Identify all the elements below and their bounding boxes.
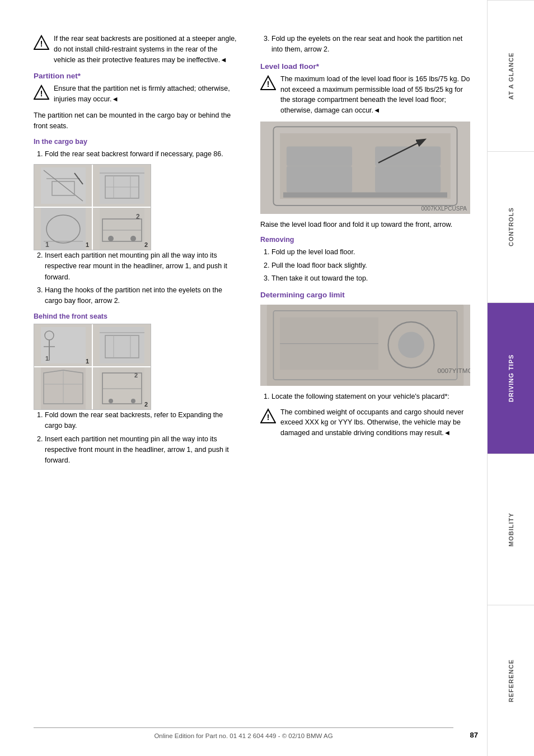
partition-net-warning-block: ! Ensure that the partition net is firml… — [34, 83, 238, 105]
right-column: Fold up the eyelets on the rear seat and… — [257, 34, 470, 471]
right-step-3: Fold up the eyelets on the rear seat and… — [271, 34, 470, 55]
behind-steps: Fold down the rear seat backrests, refer… — [34, 410, 238, 466]
removing-step-3: Then take it out toward the top. — [271, 273, 470, 284]
svg-point-23 — [130, 236, 136, 241]
removing-step-1: Fold up the level load floor. — [271, 247, 470, 258]
determining-steps: Locate the following statement on your v… — [260, 391, 470, 402]
partition-net-warning-text: Ensure that the partition net is firmly … — [54, 83, 238, 105]
determining-cargo-title: Determining cargo limit — [260, 291, 470, 299]
warning-icon-2: ! — [34, 85, 49, 100]
behind-front-seats-title: Behind the front seats — [34, 312, 238, 320]
cargo-bay-step-2: Insert each partition net mounting pin a… — [45, 250, 238, 283]
partition-net-body: The partition net can be mounted in the … — [34, 110, 238, 132]
cargo-image-top-left — [34, 165, 92, 207]
footer-text: Online Edition for Part no. 01 41 2 604 … — [154, 732, 332, 739]
two-col-layout: ! If the rear seat backrests are positio… — [34, 34, 470, 471]
removing-step-2: Pull the load floor back slightly. — [271, 260, 470, 271]
behind-arrow-1: 1 — [86, 358, 89, 365]
svg-text:1: 1 — [45, 241, 49, 249]
level-floor-image-label: 0007KXLPCUSPA — [421, 206, 467, 212]
arrow-label-1: 1 — [86, 241, 89, 248]
behind-image-bottom-right: 2 2 — [93, 367, 151, 409]
svg-text:1: 1 — [45, 355, 49, 362]
cargo-bay-step-1: Fold the rear seat backrest forward if n… — [45, 149, 238, 160]
left-column: ! If the rear seat backrests are positio… — [34, 34, 246, 471]
cargo-bay-steps-2: Insert each partition net mounting pin a… — [34, 250, 238, 307]
page-footer: Online Edition for Part no. 01 41 2 604 … — [34, 727, 453, 739]
level-load-floor-title: Level load floor* — [260, 62, 470, 71]
svg-rect-51 — [375, 166, 441, 192]
intro-warning-block: ! If the rear seat backrests are positio… — [34, 34, 238, 65]
cargo-bay-steps: Fold the rear seat backrest forward if n… — [34, 149, 238, 160]
sidebar-controls: CONTROLS — [488, 151, 534, 302]
sidebar: AT A GLANCE CONTROLS DRIVING TIPS MOBILI… — [487, 0, 534, 756]
behind-image-bottom-left — [34, 367, 92, 409]
determining-step-1: Locate the following statement on your v… — [271, 391, 470, 402]
cargo-image-top-right — [93, 165, 151, 207]
warning-icon-4: ! — [260, 408, 276, 424]
arrow-label-2: 2 — [144, 241, 148, 248]
level-load-body: Raise the level load floor and fold it u… — [260, 220, 470, 230]
behind-arrow-2: 2 — [144, 401, 148, 408]
level-load-warning-block: ! The maximum load of the level load flo… — [260, 74, 470, 116]
sidebar-driving-tips: DRIVING TIPS — [488, 302, 534, 454]
in-cargo-bay-title: In the cargo bay — [34, 138, 238, 146]
page-container: ! If the rear seat backrests are positio… — [0, 0, 534, 756]
behind-image-top-left: 1 1 — [34, 324, 92, 366]
svg-point-42 — [131, 399, 135, 403]
svg-rect-49 — [287, 166, 352, 192]
partition-net-title: Partition net* — [34, 72, 238, 80]
svg-text:0007YITMCUSPA: 0007YITMCUSPA — [437, 367, 470, 375]
right-intro-step: Fold up the eyelets on the rear seat and… — [260, 34, 470, 55]
warning-icon-3: ! — [260, 75, 276, 91]
main-content: ! If the rear seat backrests are positio… — [0, 0, 487, 756]
sidebar-at-a-glance: AT A GLANCE — [488, 0, 534, 151]
svg-point-41 — [109, 399, 113, 403]
svg-text:!: ! — [267, 413, 270, 422]
svg-text:!: ! — [40, 89, 43, 98]
behind-image-top-right — [93, 324, 151, 366]
svg-rect-53 — [283, 192, 447, 197]
cargo-bay-image-grid: 1 1 2 2 — [34, 164, 151, 250]
removing-steps: Fold up the level load floor. Pull the l… — [260, 247, 470, 284]
svg-text:2: 2 — [134, 372, 138, 379]
level-load-warning-text: The maximum load of the level load floor… — [280, 74, 470, 116]
svg-point-22 — [108, 236, 114, 241]
svg-rect-50 — [287, 146, 352, 166]
behind-step-2: Insert each partition net mounting pin a… — [45, 434, 238, 466]
sidebar-mobility: MOBILITY — [488, 454, 534, 605]
cargo-image-bottom-left: 1 1 — [34, 208, 92, 250]
page-number: 87 — [470, 731, 478, 739]
intro-warning-text: If the rear seat backrests are positione… — [54, 34, 238, 65]
svg-text:!: ! — [267, 80, 270, 88]
cargo-image-bottom-right: 2 2 — [93, 208, 151, 250]
removing-title: Removing — [260, 236, 470, 244]
behind-step-1: Fold down the rear seat backrests, refer… — [45, 410, 238, 432]
determining-cargo-image: 0007YITMCUSPA — [260, 305, 470, 386]
behind-seats-image-grid: 1 1 — [34, 324, 151, 410]
determining-warning-block: ! The combined weight of occupants and c… — [260, 407, 470, 438]
cargo-bay-step-3: Hang the hooks of the partition net into… — [45, 285, 238, 307]
sidebar-reference: REFERENCE — [488, 605, 534, 756]
determining-warning-text: The combined weight of occupants and car… — [280, 407, 470, 438]
level-load-floor-image: 0007KXLPCUSPA — [260, 122, 470, 214]
svg-rect-52 — [375, 146, 441, 166]
svg-text:2: 2 — [136, 213, 140, 221]
svg-text:!: ! — [40, 39, 43, 48]
svg-point-59 — [398, 332, 424, 358]
warning-icon: ! — [34, 35, 49, 50]
